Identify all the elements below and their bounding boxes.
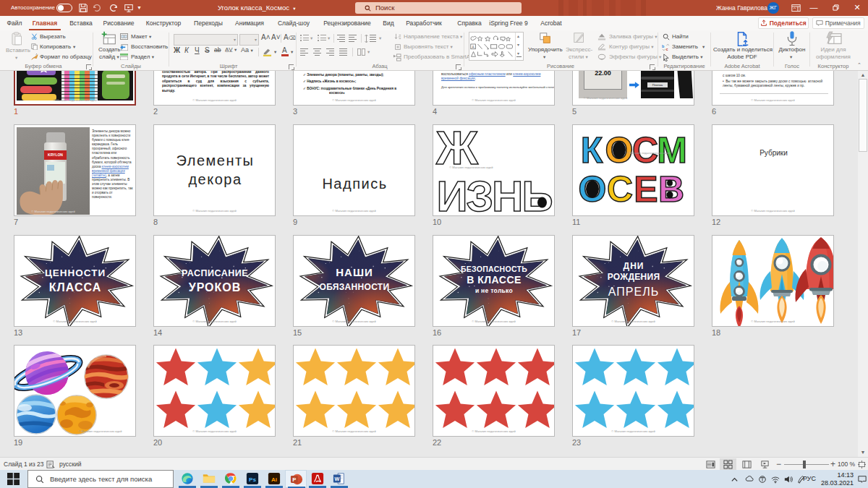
svg-text:С: С (607, 169, 633, 210)
svg-text:ОБЯЗАННОСТИ: ОБЯЗАННОСТИ (320, 282, 390, 292)
svg-text:ИЗНЬ: ИЗНЬ (436, 172, 551, 216)
svg-text:М: М (657, 130, 687, 171)
svg-text:К: К (581, 130, 603, 171)
svg-text:Е: Е (634, 169, 658, 210)
svg-text:АПРЕЛЬ: АПРЕЛЬ (608, 286, 659, 298)
svg-text:c: c (666, 47, 668, 51)
svg-text:УРОКОВ: УРОКОВ (189, 281, 242, 294)
svg-text:БЕЗОПАСНОСТЬ: БЕЗОПАСНОСТЬ (461, 265, 527, 273)
svg-text:РАСПИСАНИЕ: РАСПИСАНИЕ (182, 268, 248, 278)
svg-text:и не только: и не только (475, 287, 513, 294)
svg-text:Ps: Ps (249, 476, 256, 483)
svg-text:ДНИ: ДНИ (624, 261, 644, 271)
svg-text:В КЛАССЕ: В КЛАССЕ (467, 274, 522, 286)
svg-text:ЦЕННОСТИ: ЦЕННОСТИ (45, 267, 106, 278)
svg-text:b: b (662, 44, 665, 48)
svg-text:КЛАССА: КЛАССА (49, 281, 101, 294)
svg-text:НАШИ: НАШИ (336, 266, 373, 278)
svg-text:РОЖДЕНИЯ: РОЖДЕНИЯ (608, 272, 660, 282)
svg-text:P: P (292, 476, 296, 483)
svg-text:A: A (472, 45, 475, 49)
svg-text:Ai: Ai (271, 476, 277, 483)
svg-text:В: В (658, 169, 684, 210)
svg-text:С: С (632, 130, 658, 171)
svg-text:W: W (334, 476, 339, 482)
